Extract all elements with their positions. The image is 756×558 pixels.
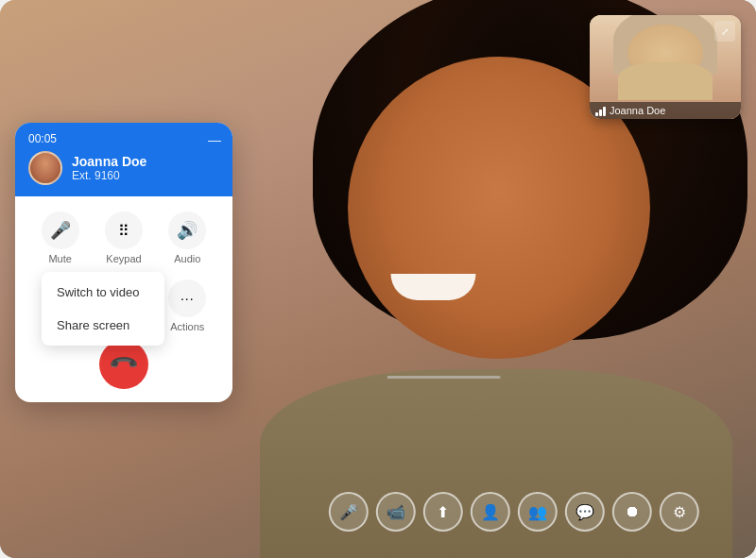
call-widget: 00:05 — Joanna Doe Ext. 9160 🎤 Mute ⠿ Ke… [15, 123, 232, 402]
call-timer: 00:05 [28, 132, 219, 145]
call-user-info: Joanna Doe Ext. 9160 [72, 154, 146, 182]
toolbar-chat-btn[interactable]: 💬 [565, 492, 605, 532]
thumbnail-expand-btn[interactable]: ⤢ [714, 21, 735, 42]
thumbnail-label: Joanna Doe [590, 102, 741, 119]
audio-button[interactable]: 🔊 Audio [168, 211, 206, 264]
call-avatar [28, 151, 62, 185]
mute-button[interactable]: 🎤 Mute [42, 211, 79, 264]
call-body: 🎤 Mute ⠿ Keypad 🔊 Audio + Add 📹 [15, 196, 232, 402]
call-extension: Ext. 9160 [72, 169, 146, 182]
call-user-name: Joanna Doe [72, 154, 146, 169]
minimize-button[interactable]: — [208, 132, 221, 147]
audio-icon: 🔊 [168, 211, 206, 249]
video-toolbar: 🎤 📹 ⬆ 👤 👥 💬 ⏺ ⚙ 📞 [329, 492, 756, 532]
call-actions-row2: + Add 📹 ··· Actions Switch to video Shar… [28, 279, 219, 332]
toolbar-group-btn[interactable]: 👥 [518, 492, 558, 532]
toolbar-mic-btn[interactable]: 🎤 [329, 492, 369, 532]
call-actions-row1: 🎤 Mute ⠿ Keypad 🔊 Audio [28, 211, 219, 264]
keypad-label: Keypad [106, 253, 141, 264]
toolbar-settings-btn[interactable]: ⚙ [660, 492, 699, 532]
toolbar-video-btn[interactable]: 📹 [376, 492, 416, 532]
toolbar-add-person-btn[interactable]: 👤 [471, 492, 510, 532]
call-user-row: Joanna Doe Ext. 9160 [28, 151, 219, 185]
video-dropdown-menu: Switch to video Share screen [42, 272, 164, 346]
share-screen-item[interactable]: Share screen [42, 309, 164, 342]
switch-to-video-item[interactable]: Switch to video [42, 276, 164, 309]
self-video-thumbnail: ⤢ Joanna Doe [590, 15, 741, 119]
thumbnail-user-name: Joanna Doe [610, 105, 665, 116]
mute-label: Mute [48, 253, 71, 264]
end-call-container: 📞 [28, 340, 219, 389]
more-icon: ··· [168, 279, 206, 317]
call-header: 00:05 — Joanna Doe Ext. 9160 [15, 123, 232, 196]
end-call-button[interactable]: 📞 [99, 340, 148, 389]
keypad-icon: ⠿ [105, 211, 143, 249]
signal-icon [595, 105, 606, 116]
keypad-button[interactable]: ⠿ Keypad [105, 211, 143, 264]
end-call-icon: 📞 [108, 348, 141, 381]
toolbar-record-btn[interactable]: ⏺ [612, 492, 652, 532]
more-label: Actions [170, 321, 204, 332]
audio-label: Audio [174, 253, 200, 264]
more-actions-button[interactable]: ··· Actions [168, 279, 206, 332]
toolbar-share-btn[interactable]: ⬆ [423, 492, 463, 532]
mute-icon: 🎤 [42, 211, 79, 249]
